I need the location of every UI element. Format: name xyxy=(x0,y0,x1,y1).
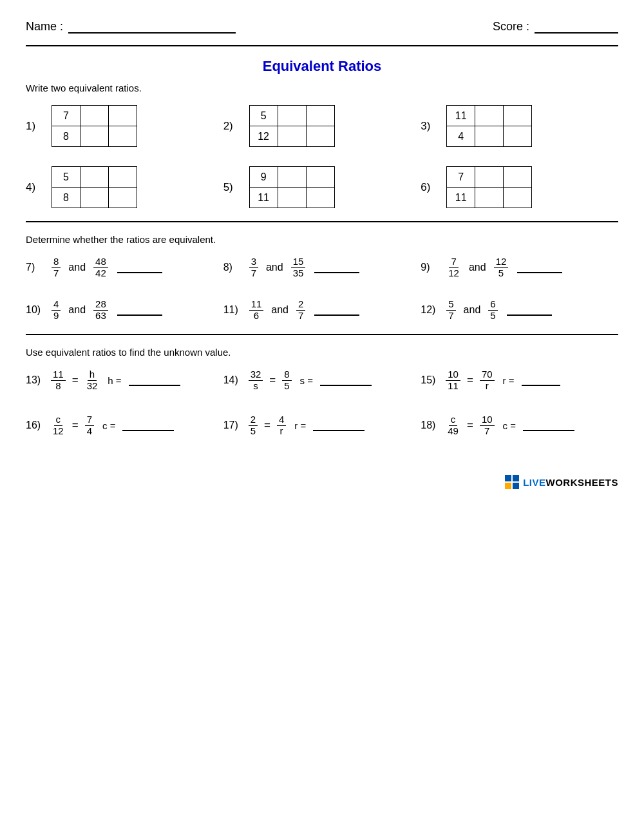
section1: Equivalent Ratios Write two equivalent r… xyxy=(26,58,618,208)
var-label-16: c = xyxy=(102,420,115,431)
score-underline xyxy=(535,19,618,34)
answer-9[interactable] xyxy=(517,262,562,273)
cell-1-top-b[interactable] xyxy=(80,106,109,126)
answer-18[interactable] xyxy=(523,420,574,431)
section1-title: Equivalent Ratios xyxy=(26,58,618,75)
section1-divider xyxy=(26,221,618,222)
frac-18-1: c 49 xyxy=(446,414,460,436)
answer-11[interactable] xyxy=(314,304,359,316)
answer-16[interactable] xyxy=(122,420,174,431)
section2-divider xyxy=(26,334,618,335)
cell-1-top-given: 7 xyxy=(52,106,80,126)
header: Name : Score : xyxy=(26,19,618,34)
ratio-table-4: 5 8 xyxy=(52,166,137,208)
and-10: and xyxy=(68,304,86,316)
ratio-item-3: 3) 11 4 xyxy=(421,105,618,147)
cell-3-top-given: 11 xyxy=(447,106,475,126)
score-field: Score : xyxy=(493,19,618,34)
cell-5-bot-b[interactable] xyxy=(278,188,306,208)
cell-5-top-given: 9 xyxy=(249,167,278,188)
cell-2-bot-c[interactable] xyxy=(306,126,334,147)
answer-7[interactable] xyxy=(117,262,162,273)
prob-num-5: 5) xyxy=(223,181,242,194)
and-12: and xyxy=(464,304,481,316)
frac-11-1: 11 6 xyxy=(249,299,264,321)
cell-3-top-c[interactable] xyxy=(504,106,532,126)
cell-4-bot-c[interactable] xyxy=(109,188,137,208)
frac-12-1: 5 7 xyxy=(446,299,455,321)
ratio-item-2: 2) 5 12 xyxy=(223,105,421,147)
and-8: and xyxy=(266,262,283,273)
section1-instructions: Write two equivalent ratios. xyxy=(26,82,618,93)
cell-5-bot-c[interactable] xyxy=(306,188,334,208)
unknown-item-16: 16) c 12 = 7 4 c = xyxy=(26,414,223,436)
cell-5-top-c[interactable] xyxy=(306,167,334,188)
ratio-item-6: 6) 7 11 xyxy=(421,166,618,208)
frac-7-2: 48 42 xyxy=(93,256,108,278)
frac-17-1: 2 5 xyxy=(249,414,258,436)
cell-1-bot-b[interactable] xyxy=(80,126,109,147)
frac-16-2: 7 4 xyxy=(85,414,94,436)
cell-6-bot-c[interactable] xyxy=(504,188,532,208)
answer-17[interactable] xyxy=(313,420,365,431)
ratio-problems: 1) 7 8 2) 5 xyxy=(26,105,618,208)
section2: Determine whether the ratios are equival… xyxy=(26,234,618,321)
frac-8-2: 15 35 xyxy=(291,256,306,278)
ratio-table-5: 9 11 xyxy=(249,166,335,208)
answer-10[interactable] xyxy=(117,304,162,316)
cell-3-bot-c[interactable] xyxy=(504,126,532,147)
prob-num-18: 18) xyxy=(421,420,441,431)
cell-2-top-b[interactable] xyxy=(278,106,306,126)
answer-13[interactable] xyxy=(129,374,180,386)
cell-6-bot-given: 11 xyxy=(447,188,475,208)
cell-4-bot-b[interactable] xyxy=(80,188,109,208)
frac-15-2: 70 r xyxy=(480,369,495,391)
equiv-problems: 7) 8 7 and 48 42 8) 3 7 and 15 35 xyxy=(26,256,618,321)
prob-num-9: 9) xyxy=(421,262,441,273)
frac-11-2: 2 7 xyxy=(296,299,305,321)
prob-num-2: 2) xyxy=(223,120,242,133)
cell-1-bot-given: 8 xyxy=(52,126,80,147)
cell-1-top-c[interactable] xyxy=(109,106,137,126)
cell-5-top-b[interactable] xyxy=(278,167,306,188)
cell-2-bot-b[interactable] xyxy=(278,126,306,147)
footer: LIVEWORKSHEETS xyxy=(26,475,618,489)
cell-3-top-b[interactable] xyxy=(475,106,504,126)
cell-3-bot-b[interactable] xyxy=(475,126,504,147)
prob-num-17: 17) xyxy=(223,420,244,431)
lw-logo-icon xyxy=(505,475,519,489)
equiv-item-10: 10) 4 9 and 28 63 xyxy=(26,299,223,321)
and-7: and xyxy=(68,262,86,273)
section3: Use equivalent ratios to find the unknow… xyxy=(26,347,618,436)
ratio-table-1: 7 8 xyxy=(52,105,137,147)
unknown-item-18: 18) c 49 = 10 7 c = xyxy=(421,414,618,436)
ratio-table-6: 7 11 xyxy=(446,166,532,208)
unknown-item-17: 17) 2 5 = 4 r r = xyxy=(223,414,421,436)
frac-10-2: 28 63 xyxy=(93,299,108,321)
cell-3-bot-given: 4 xyxy=(447,126,475,147)
equiv-item-12: 12) 5 7 and 6 5 xyxy=(421,299,618,321)
cell-2-top-c[interactable] xyxy=(306,106,334,126)
cell-6-top-b[interactable] xyxy=(475,167,504,188)
cell-6-bot-b[interactable] xyxy=(475,188,504,208)
frac-8-1: 3 7 xyxy=(249,256,258,278)
unknown-item-15: 15) 10 11 = 70 r r = xyxy=(421,369,618,391)
prob-num-16: 16) xyxy=(26,420,46,431)
cell-4-top-c[interactable] xyxy=(109,167,137,188)
cell-4-top-b[interactable] xyxy=(80,167,109,188)
prob-num-14: 14) xyxy=(223,374,244,386)
frac-9-1: 7 12 xyxy=(446,256,461,278)
answer-8[interactable] xyxy=(314,262,359,273)
answer-14[interactable] xyxy=(320,374,372,386)
cell-6-top-c[interactable] xyxy=(504,167,532,188)
var-label-14: s = xyxy=(300,375,313,386)
frac-7-1: 8 7 xyxy=(52,256,61,278)
prob-num-8: 8) xyxy=(223,262,244,273)
cell-6-top-given: 7 xyxy=(447,167,475,188)
frac-12-2: 6 5 xyxy=(488,299,497,321)
answer-12[interactable] xyxy=(507,304,552,316)
answer-15[interactable] xyxy=(522,374,560,386)
prob-num-4: 4) xyxy=(26,181,44,194)
cell-1-bot-c[interactable] xyxy=(109,126,137,147)
var-label-18: c = xyxy=(503,420,516,431)
